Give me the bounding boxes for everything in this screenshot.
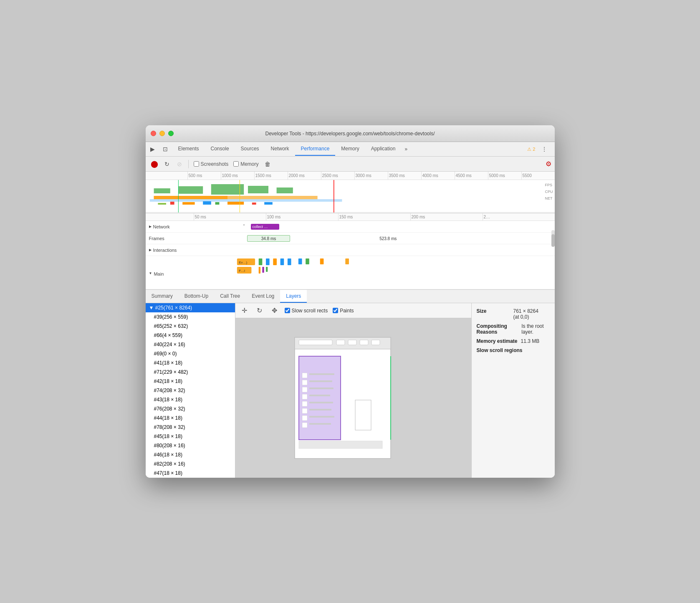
main-content: Ev…) F…l — [194, 256, 555, 289]
layers-viewport[interactable] — [235, 318, 471, 478]
layer-list-item[interactable]: #82(208 × 16) — [146, 459, 235, 469]
layer-list-item[interactable]: ▼ #25(761 × 8264) — [146, 303, 235, 312]
tab-application[interactable]: Application — [365, 142, 402, 156]
compositing-info-label: Compositing Reasons — [477, 323, 518, 335]
paints-checkbox[interactable] — [333, 308, 338, 313]
dtick-extra: 2… — [483, 213, 555, 220]
more-tabs-button[interactable]: » — [401, 143, 411, 155]
close-button[interactable] — [151, 131, 156, 136]
layer-list-item[interactable]: #42(18 × 18) — [146, 377, 235, 386]
svg-rect-14 — [252, 203, 256, 205]
svg-rect-26 — [298, 258, 302, 264]
layer-list-item[interactable]: #74(208 × 32) — [146, 386, 235, 395]
svg-rect-24 — [280, 258, 284, 265]
svg-rect-8 — [158, 203, 166, 205]
tab-sources[interactable]: Sources — [235, 142, 265, 156]
tab-elements[interactable]: Elements — [172, 142, 205, 156]
trash-button[interactable]: 🗑 — [262, 159, 273, 170]
minimize-button[interactable] — [159, 131, 165, 136]
tab-bottom-up[interactable]: Bottom-Up — [179, 290, 214, 303]
svg-rect-27 — [306, 258, 309, 264]
tab-summary[interactable]: Summary — [146, 290, 179, 303]
pan-tool-button[interactable]: ✛ — [240, 306, 250, 316]
details-timeline[interactable]: 50 ms 100 ms 150 ms 200 ms 2… ▶ Network … — [146, 213, 555, 290]
layer-list-item[interactable]: #80(208 × 16) — [146, 441, 235, 450]
tab-call-tree[interactable]: Call Tree — [214, 290, 246, 303]
cursor-icon[interactable]: ▶ — [147, 144, 158, 155]
more-options-icon[interactable]: ⋮ — [539, 144, 550, 155]
rotate-tool-button[interactable]: ↻ — [255, 306, 265, 316]
slow-scroll-info-row: Slow scroll regions — [477, 347, 550, 353]
svg-rect-50 — [309, 395, 330, 396]
layer-list-item[interactable]: #40(224 × 16) — [146, 340, 235, 349]
layer-list-item[interactable]: #47(18 × 18) — [146, 469, 235, 478]
tab-memory[interactable]: Memory — [335, 142, 365, 156]
slow-scroll-checkbox-group[interactable]: Slow scroll rects — [285, 308, 328, 314]
layers-content: ▼ #25(761 × 8264)#39(256 × 559)#65(252 ×… — [146, 303, 555, 478]
screenshots-checkbox[interactable] — [194, 161, 199, 167]
main-triangle[interactable]: ▼ — [149, 271, 152, 275]
layer-list-item[interactable]: #69(0 × 0) — [146, 349, 235, 358]
tab-console[interactable]: Console — [205, 142, 235, 156]
network-bar: collect … — [251, 224, 280, 230]
device-icon[interactable]: ⊡ — [160, 144, 171, 155]
reload-button[interactable]: ↻ — [162, 159, 172, 170]
frames-content: 34.8 ms 523.8 ms — [194, 233, 551, 244]
layer-list-item[interactable]: #45(18 × 18) — [146, 432, 235, 441]
interactions-triangle[interactable]: ▶ — [149, 248, 152, 252]
svg-rect-23 — [273, 258, 277, 265]
move-tool-button[interactable]: ✥ — [270, 306, 280, 316]
svg-rect-4 — [276, 187, 293, 193]
tick-3500: 3500 ms — [388, 172, 421, 180]
record-button[interactable]: ⬤ — [149, 159, 160, 170]
layer-list-item[interactable]: #71(229 × 482) — [146, 367, 235, 377]
window-title: Developer Tools - https://developers.goo… — [265, 131, 435, 137]
frame-bar-2: 523.8 ms — [379, 235, 397, 242]
svg-rect-43 — [302, 373, 307, 378]
layer-list-item[interactable]: #76(208 × 32) — [146, 404, 235, 413]
layer-list-item[interactable]: #44(18 × 18) — [146, 413, 235, 423]
layer-list-item[interactable]: #65(252 × 632) — [146, 322, 235, 331]
layer-list-item[interactable]: #43(18 × 18) — [146, 395, 235, 404]
interactions-content — [194, 244, 555, 256]
screenshots-checkbox-group[interactable]: Screenshots — [194, 161, 229, 167]
stop-button[interactable]: ⊘ — [174, 159, 185, 170]
warning-badge: ⚠ 2 — [527, 147, 535, 152]
svg-rect-3 — [248, 186, 268, 193]
overview-timeline[interactable]: 500 ms 1000 ms 1500 ms 2000 ms 2500 ms 3… — [146, 172, 555, 213]
layer-list-item[interactable]: #39(256 × 559) — [146, 312, 235, 322]
paints-checkbox-group[interactable]: Paints — [333, 308, 354, 314]
size-info-label: Size — [477, 308, 510, 320]
layer-list-item[interactable]: #66(4 × 559) — [146, 331, 235, 340]
svg-rect-54 — [309, 409, 331, 410]
maximize-button[interactable] — [168, 131, 174, 136]
tab-performance[interactable]: Performance — [295, 142, 336, 156]
interactions-timeline-row: ▶ Interactions — [146, 244, 555, 256]
svg-rect-29 — [345, 258, 349, 264]
layer-list-item[interactable]: #78(208 × 32) — [146, 423, 235, 432]
tick-2000: 2000 ms — [288, 172, 321, 180]
network-content: collect … — [194, 221, 551, 232]
frame-bar-1: 34.8 ms — [247, 235, 290, 242]
svg-rect-25 — [287, 258, 291, 265]
svg-text:F…l: F…l — [239, 269, 245, 273]
slow-scroll-checkbox[interactable] — [285, 308, 290, 313]
settings-button[interactable]: ⚙ — [546, 160, 551, 168]
svg-rect-34 — [266, 267, 268, 272]
frames-label: Frames — [146, 236, 194, 241]
paints-label: Paints — [340, 308, 354, 314]
layer-list-item[interactable]: #41(18 × 18) — [146, 358, 235, 367]
memory-checkbox-group[interactable]: Memory — [233, 161, 258, 167]
svg-rect-39 — [348, 340, 356, 345]
memory-checkbox[interactable] — [233, 161, 239, 167]
screenshots-label: Screenshots — [201, 161, 229, 167]
slow-scroll-info-label: Slow scroll regions — [477, 347, 523, 353]
dtick-50: 50 ms — [194, 213, 266, 220]
tab-layers[interactable]: Layers — [280, 290, 307, 303]
layer-list-item[interactable]: #46(18 × 18) — [146, 450, 235, 459]
svg-rect-59 — [355, 400, 371, 430]
tab-event-log[interactable]: Event Log — [246, 290, 280, 303]
tab-network[interactable]: Network — [265, 142, 295, 156]
svg-rect-21 — [258, 258, 262, 265]
network-triangle[interactable]: ▶ — [149, 225, 152, 228]
